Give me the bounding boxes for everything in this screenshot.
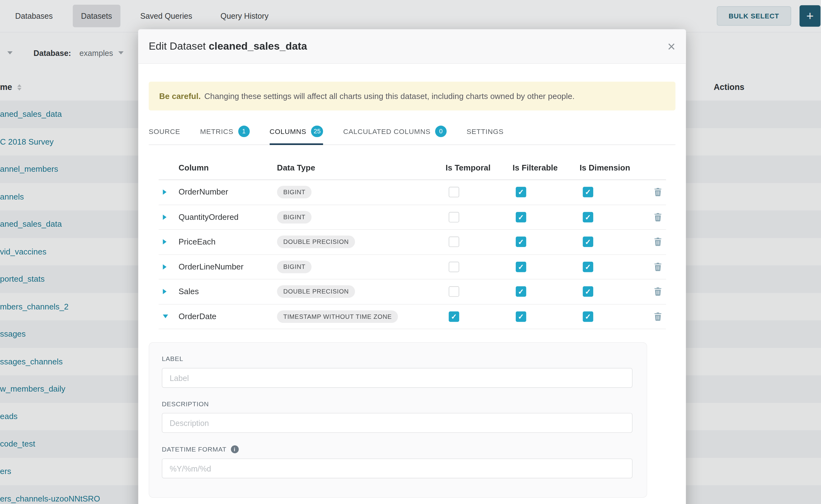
columns-table-header: Column Data Type Is Temporal Is Filterab…: [159, 156, 666, 180]
tab-label: COLUMNS: [269, 127, 306, 135]
datetime-format-label-text: DATETIME FORMAT: [162, 446, 226, 453]
tab-count-badge: 0: [435, 126, 447, 137]
delete-icon[interactable]: [654, 238, 662, 246]
is-dimension-checkbox[interactable]: [583, 212, 593, 222]
collapse-caret-icon[interactable]: [163, 315, 168, 319]
is-temporal-checkbox[interactable]: [449, 286, 459, 297]
delete-icon[interactable]: [654, 288, 662, 296]
column-detail-panel: LABEL DESCRIPTION DATETIME FORMAT: [149, 342, 647, 498]
column-header: Column: [179, 163, 277, 173]
edit-dataset-modal: Edit Dataset cleaned_sales_data × Be car…: [138, 29, 686, 504]
info-icon[interactable]: [230, 445, 238, 453]
label-field-label: LABEL: [162, 355, 633, 363]
modal-tabs: SOURCE METRICS 1 COLUMNS 25 CALCULATED C…: [149, 119, 675, 145]
column-row: OrderLineNumber BIGINT: [159, 254, 666, 279]
expand-caret-icon[interactable]: [163, 264, 166, 269]
is-temporal-checkbox[interactable]: [449, 237, 459, 247]
column-name: OrderDate: [179, 312, 277, 321]
modal-header: Edit Dataset cleaned_sales_data ×: [138, 29, 686, 64]
is-filterable-header: Is Filterable: [513, 163, 580, 173]
is-dimension-checkbox[interactable]: [583, 262, 593, 272]
data-type-pill: BIGINT: [277, 260, 312, 273]
tab-label: SOURCE: [149, 127, 180, 135]
expand-caret-icon[interactable]: [163, 215, 166, 220]
delete-icon[interactable]: [654, 188, 662, 196]
modal-body: Be careful. Changing these settings will…: [138, 82, 686, 497]
is-filterable-checkbox[interactable]: [516, 286, 527, 297]
description-input[interactable]: [162, 413, 633, 433]
is-dimension-checkbox[interactable]: [583, 187, 593, 198]
datetime-format-field-label: DATETIME FORMAT: [162, 445, 633, 453]
warning-bold-text: Be careful.: [159, 91, 201, 101]
is-dimension-checkbox[interactable]: [583, 311, 593, 322]
column-name: QuantityOrdered: [179, 212, 277, 222]
column-name: OrderNumber: [179, 187, 277, 197]
is-temporal-checkbox[interactable]: [449, 212, 459, 222]
description-field-label: DESCRIPTION: [162, 400, 633, 408]
data-type-pill: BIGINT: [277, 211, 312, 223]
modal-title-prefix: Edit Dataset: [149, 40, 206, 52]
column-row: OrderNumber BIGINT: [159, 180, 666, 205]
columns-table: Column Data Type Is Temporal Is Filterab…: [159, 156, 666, 329]
is-temporal-checkbox[interactable]: [449, 262, 459, 272]
close-icon[interactable]: ×: [668, 40, 675, 53]
modal-title-dataset-name: cleaned_sales_data: [209, 40, 307, 52]
app-root: Databases Datasets Saved Queries Query H…: [0, 0, 821, 504]
delete-icon[interactable]: [654, 263, 662, 271]
is-temporal-checkbox[interactable]: [449, 311, 459, 322]
tab-columns[interactable]: COLUMNS 25: [269, 119, 323, 144]
is-filterable-checkbox[interactable]: [516, 212, 527, 222]
is-filterable-checkbox[interactable]: [516, 311, 527, 322]
data-type-pill: BIGINT: [277, 186, 312, 198]
column-row: OrderDate TIMESTAMP WITHOUT TIME ZONE: [159, 304, 666, 329]
is-dimension-checkbox[interactable]: [583, 286, 593, 297]
delete-icon[interactable]: [654, 312, 662, 321]
column-name: PriceEach: [179, 237, 277, 247]
tab-metrics[interactable]: METRICS 1: [200, 119, 250, 144]
tab-settings[interactable]: SETTINGS: [467, 119, 504, 144]
expand-caret-icon[interactable]: [163, 289, 166, 294]
tab-label: CALCULATED COLUMNS: [343, 127, 430, 135]
is-filterable-checkbox[interactable]: [516, 187, 527, 198]
is-dimension-checkbox[interactable]: [583, 237, 593, 247]
expand-caret-icon[interactable]: [163, 239, 166, 245]
column-name: Sales: [179, 287, 277, 296]
is-temporal-header: Is Temporal: [446, 163, 513, 173]
is-temporal-checkbox[interactable]: [449, 187, 459, 198]
warning-banner: Be careful. Changing these settings will…: [149, 82, 675, 110]
modal-title: Edit Dataset cleaned_sales_data: [149, 40, 307, 52]
data-type-pill: DOUBLE PRECISION: [277, 236, 355, 248]
column-row: PriceEach DOUBLE PRECISION: [159, 230, 666, 255]
datetime-format-input[interactable]: [162, 458, 633, 478]
tab-count-badge: 25: [311, 126, 323, 137]
column-row: Sales DOUBLE PRECISION: [159, 279, 666, 304]
column-row: QuantityOrdered BIGINT: [159, 205, 666, 230]
is-dimension-header: Is Dimension: [580, 163, 647, 173]
data-type-header: Data Type: [277, 163, 446, 173]
column-name: OrderLineNumber: [179, 262, 277, 271]
tab-label: SETTINGS: [467, 127, 504, 135]
tab-label: METRICS: [200, 127, 234, 135]
expand-caret-icon[interactable]: [163, 190, 166, 195]
tab-count-badge: 1: [238, 126, 250, 137]
tab-source[interactable]: SOURCE: [149, 119, 180, 144]
tab-calculated-columns[interactable]: CALCULATED COLUMNS 0: [343, 119, 447, 144]
data-type-pill: DOUBLE PRECISION: [277, 285, 355, 298]
is-filterable-checkbox[interactable]: [516, 262, 527, 272]
is-filterable-checkbox[interactable]: [516, 237, 527, 247]
warning-text: Changing these settings will affect all …: [204, 91, 575, 101]
label-input[interactable]: [162, 368, 633, 388]
delete-icon[interactable]: [654, 213, 662, 221]
data-type-pill: TIMESTAMP WITHOUT TIME ZONE: [277, 310, 398, 323]
